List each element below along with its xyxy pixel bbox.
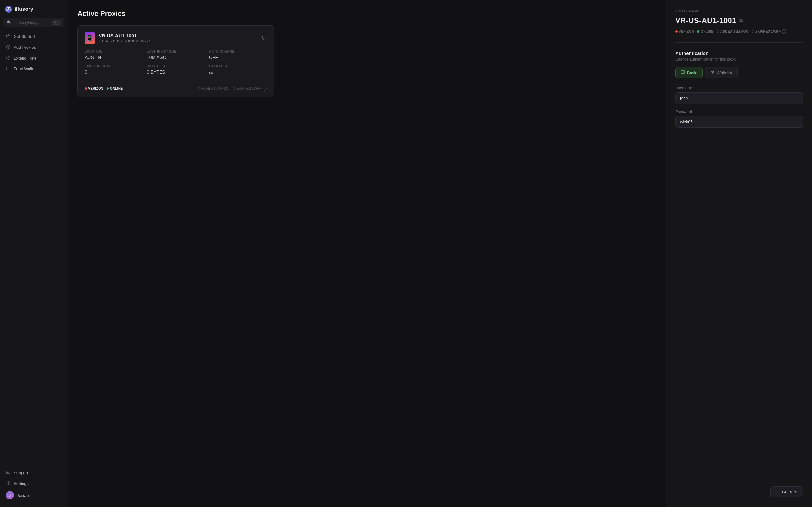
app-logo: illusory (0, 0, 67, 16)
stat-live-threads: LIVE THREADS 0 (85, 64, 142, 76)
proxy-info: VR-US-AU1-1001 HTTP 50135 • SOCKS5 39294 (99, 33, 151, 43)
proxy-card-footer: VERIZON ONLINE ADDED 18M AGO EXPIRES 1WK… (85, 82, 267, 91)
auto-change-label: AUTO CHANGE (209, 50, 267, 53)
svg-point-9 (8, 482, 9, 484)
auth-title: Authentication (675, 50, 803, 56)
proxy-footer-tags: VERIZON ONLINE (85, 87, 123, 90)
username-input[interactable] (675, 92, 803, 104)
status-label: ONLINE (110, 87, 123, 90)
sidebar-bottom: Support Settings J Josiah (0, 465, 67, 507)
sidebar-nav: Get Started Add Proxies Extend Time Fund… (0, 30, 67, 465)
proxy-icon: 📱 (85, 32, 95, 44)
search-placeholder: Find anything... (13, 20, 50, 25)
clock-icon (6, 55, 11, 61)
sidebar: illusory 🔍 Find anything... ⌘K Get Start… (0, 0, 68, 507)
svg-rect-2 (7, 36, 10, 38)
proxy-name-label: PROXY NAME (675, 9, 803, 13)
panel-added-tag: ADDED 18M AGO (717, 30, 749, 33)
page-title: Active Proxies (78, 9, 657, 18)
panel-divider (675, 43, 803, 43)
sidebar-item-get-started[interactable]: Get Started (3, 32, 65, 42)
stat-location: LOCATION AUSTIN (85, 50, 142, 60)
last-ip-value: 10M AGO (147, 55, 205, 60)
settings-icon (6, 481, 11, 486)
search-bar[interactable]: 🔍 Find anything... ⌘K (3, 18, 64, 27)
tab-basic[interactable]: Basic (675, 67, 703, 78)
sidebar-item-support[interactable]: Support (3, 468, 65, 478)
panel-added-text: ADDED 18M AGO (720, 30, 749, 33)
refresh-icon[interactable]: ↻ (260, 34, 267, 43)
location-label: LOCATION (85, 50, 142, 53)
panel-status-text: ONLINE (701, 30, 714, 33)
panel-expires-info-icon[interactable]: i (782, 30, 786, 34)
status-tag: ONLINE (107, 87, 123, 90)
carrier-tag: VERIZON (85, 87, 103, 90)
search-icon: 🔍 (7, 20, 11, 25)
auto-change-value: OFF (209, 55, 267, 60)
panel-carrier-text: VERIZON (679, 30, 694, 33)
stat-data-left: DATA LEFT ∞ (209, 64, 267, 76)
data-used-value: 0 BYTES (147, 69, 205, 74)
sidebar-item-fund-wallet[interactable]: Fund Wallet (3, 64, 65, 74)
sidebar-label-fund-wallet: Fund Wallet (14, 66, 36, 71)
carrier-dot (85, 88, 87, 90)
panel-proxy-name-text: VR-US-AU1-1001 (675, 16, 736, 25)
tab-basic-label: Basic (687, 70, 697, 75)
panel-proxy-name: VR-US-AU1-1001 ⧉ (675, 16, 803, 25)
panel-expires-tag: EXPIRES 1WK+ i (752, 30, 786, 34)
svg-rect-10 (681, 71, 685, 73)
support-icon (6, 470, 11, 475)
auth-desc: Change authentication for this proxy (675, 57, 803, 61)
logo-icon (5, 6, 12, 13)
expires-meta: EXPIRES 1WK+ i (233, 87, 267, 91)
proxy-stats: LOCATION AUSTIN LAST IP CHANGE 10M AGO A… (85, 50, 267, 76)
wallet-icon (6, 66, 11, 72)
home-icon (6, 34, 11, 39)
panel-carrier-dot (675, 31, 677, 33)
tab-whitelist-label: Whitelist (717, 70, 732, 75)
live-threads-label: LIVE THREADS (85, 64, 142, 68)
password-input[interactable] (675, 116, 803, 128)
data-left-label: DATA LEFT (209, 64, 267, 68)
panel-carrier-tag: VERIZON (675, 30, 694, 33)
right-panel: PROXY NAME VR-US-AU1-1001 ⧉ VERIZON ONLI… (666, 0, 812, 507)
proxy-card-name: VR-US-AU1-1001 (99, 33, 151, 38)
added-text: ADDED 18M AGO (201, 87, 229, 90)
expires-info-icon[interactable]: i (263, 87, 267, 91)
sidebar-label-support: Support (14, 470, 28, 475)
expires-text: EXPIRES 1WK+ (237, 87, 261, 90)
proxy-title-group: 📱 VR-US-AU1-1001 HTTP 50135 • SOCKS5 392… (85, 32, 151, 44)
added-meta: ADDED 18M AGO (198, 87, 229, 90)
go-back-arrow-icon: ← (776, 490, 780, 494)
sidebar-item-add-proxies[interactable]: Add Proxies (3, 42, 65, 53)
panel-tags: VERIZON ONLINE ADDED 18M AGO EXPIRES 1WK… (675, 30, 803, 34)
username: Josiah (17, 493, 29, 498)
user-profile[interactable]: J Josiah (3, 489, 65, 502)
sidebar-item-settings[interactable]: Settings (3, 478, 65, 489)
sidebar-label-settings: Settings (14, 481, 29, 486)
proxy-card[interactable]: 📱 VR-US-AU1-1001 HTTP 50135 • SOCKS5 392… (78, 25, 274, 97)
last-ip-label: LAST IP CHANGE (147, 50, 205, 53)
wifi-icon (711, 70, 715, 75)
panel-added-circle (717, 31, 719, 33)
proxy-card-header: 📱 VR-US-AU1-1001 HTTP 50135 • SOCKS5 392… (85, 32, 267, 44)
panel-status-tag: ONLINE (697, 30, 714, 33)
go-back-button[interactable]: ← Go Back (770, 487, 803, 498)
carrier-label: VERIZON (88, 87, 103, 90)
sidebar-item-extend-time[interactable]: Extend Time (3, 53, 65, 63)
panel-expires-text: EXPIRES 1WK+ (755, 30, 780, 33)
added-circle (198, 88, 200, 90)
stat-data-used: DATA USED 0 BYTES (147, 64, 205, 76)
live-threads-value: 0 (85, 69, 142, 74)
data-used-label: DATA USED (147, 64, 205, 68)
proxy-meta: ADDED 18M AGO EXPIRES 1WK+ i (198, 87, 267, 91)
copy-icon[interactable]: ⧉ (740, 18, 743, 23)
sidebar-label-get-started: Get Started (14, 34, 35, 39)
username-label: Username (675, 86, 803, 90)
tab-whitelist[interactable]: Whitelist (705, 67, 738, 78)
stat-last-ip: LAST IP CHANGE 10M AGO (147, 50, 205, 60)
go-back-label: Go Back (782, 490, 798, 494)
proxy-card-ports: HTTP 50135 • SOCKS5 39294 (99, 39, 151, 43)
app-name: illusory (14, 6, 33, 12)
status-dot (107, 88, 109, 90)
